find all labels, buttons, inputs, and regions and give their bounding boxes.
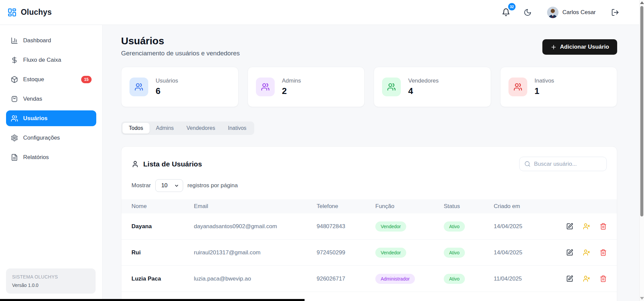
users-icon (382, 78, 401, 96)
edit-user-button[interactable] (566, 223, 573, 230)
page-size-suffix: registros por página (187, 182, 238, 189)
sidebar-item-fluxo-de-caixa[interactable]: Fluxo de Caixa (6, 52, 96, 68)
table-row: Dayana dayanadsantos0902@gmail.com 94807… (121, 213, 617, 240)
topbar: Oluchys 32 Carlos Cesar (0, 0, 639, 25)
edit-pencil-icon (566, 249, 573, 256)
sidebar-item-relatorios[interactable]: Relatórios (6, 149, 96, 165)
sidebar-item-estoque[interactable]: Estoque 15 (6, 71, 96, 87)
add-user-button[interactable]: Adicionar Usuário (542, 39, 617, 55)
logout-icon (611, 8, 619, 16)
system-version: Versão 1.0.0 (12, 283, 90, 288)
stat-value: 6 (156, 86, 178, 96)
status-badge: Ativo (444, 274, 465, 284)
sidebar-item-usuarios[interactable]: Usuários (6, 110, 96, 126)
chevron-down-icon (174, 183, 179, 188)
stat-value: 1 (535, 86, 554, 96)
window-bottom-edge (0, 299, 305, 301)
search-box (519, 157, 607, 171)
stat-label: Vendedores (408, 78, 439, 84)
scrollbar-thumb[interactable] (640, 6, 643, 216)
add-user-button-label: Adicionar Usuário (560, 44, 609, 50)
filter-tabs: Todos Admins Vendedores Inativos (121, 121, 254, 135)
trash-icon (600, 249, 607, 256)
sidebar-item-label: Fluxo de Caixa (23, 57, 61, 63)
delete-user-button[interactable] (600, 249, 607, 256)
dollar-icon (11, 56, 18, 64)
status-badge: Ativo (444, 221, 465, 232)
tab-admins[interactable]: Admins (150, 123, 180, 134)
cell-created: 14/04/2025 (494, 223, 556, 230)
table-header-row: Nome Email Telefone Função Status Criado… (121, 199, 617, 213)
edit-user-button[interactable] (566, 275, 573, 282)
sidebar-item-label: Configurações (23, 135, 60, 141)
scrollbar[interactable] (639, 0, 644, 301)
scroll-down-arrow-icon[interactable] (640, 297, 644, 300)
column-header-funcao: Função (375, 203, 444, 210)
table-row: Rui ruiraul201317@gmail.com 972450299 Ve… (121, 240, 617, 266)
notification-count-badge: 32 (508, 3, 516, 10)
brand-name: Oluchys (21, 8, 52, 17)
stat-card-inativos: Inativos 1 (500, 67, 618, 107)
cell-name: Rui (131, 249, 194, 256)
deactivate-user-button[interactable] (583, 223, 590, 230)
avatar (547, 7, 558, 18)
dark-mode-toggle[interactable] (522, 6, 534, 18)
deactivate-user-button[interactable] (583, 249, 590, 256)
users-icon (11, 115, 18, 122)
edit-pencil-icon (566, 275, 573, 282)
user-x-icon (583, 275, 590, 282)
system-name: SISTEMA OLUCHYS (12, 274, 90, 280)
status-badge: Ativo (444, 248, 465, 258)
stat-card-vendedores: Vendedores 4 (374, 67, 491, 107)
tab-inativos[interactable]: Inativos (221, 123, 253, 134)
sidebar-footer: SISTEMA OLUCHYS Versão 1.0.0 (6, 268, 96, 294)
stats-row: Usuários 6 Admins 2 Vendedores 4 (121, 67, 617, 107)
cell-phone: 972450299 (317, 249, 375, 256)
user-menu[interactable]: Carlos Cesar (547, 7, 596, 18)
cell-email: luzia.paca@bwevip.ao (194, 275, 317, 282)
edit-user-button[interactable] (566, 249, 573, 256)
users-list-card: Lista de Usuários Mostrar 10 registros p… (121, 146, 617, 301)
stat-card-admins: Admins 2 (248, 67, 365, 107)
stat-label: Usuários (156, 78, 178, 84)
moon-icon (524, 8, 532, 16)
bell-icon (502, 8, 510, 16)
cell-name: Dayana (131, 223, 194, 230)
user-x-icon (583, 223, 590, 230)
sidebar-item-configuracoes[interactable]: Configurações (6, 130, 96, 146)
tab-vendedores[interactable]: Vendedores (180, 123, 221, 134)
sidebar-item-vendas[interactable]: Vendas (6, 91, 96, 107)
chart-column-icon (11, 37, 18, 44)
tab-todos[interactable]: Todos (122, 123, 150, 134)
page-subtitle: Gerenciamento de usuários e vendedores (121, 50, 240, 57)
page-size-select[interactable]: 10 (155, 179, 183, 192)
scroll-up-arrow-icon[interactable] (640, 1, 644, 4)
sidebar: Dashboard Fluxo de Caixa Estoque 15 Vend… (0, 25, 103, 301)
user-name: Carlos Cesar (562, 9, 596, 16)
trash-icon (600, 223, 607, 230)
cell-email: ruiraul201317@gmail.com (194, 249, 317, 256)
notifications-button[interactable]: 32 (500, 6, 512, 18)
cell-phone: 926026717 (317, 275, 375, 282)
delete-user-button[interactable] (600, 223, 607, 230)
user-icon (131, 160, 139, 168)
sidebar-item-label: Relatórios (23, 154, 49, 161)
users-icon (508, 78, 527, 96)
role-badge: Administrador (375, 274, 415, 284)
deactivate-user-button[interactable] (583, 275, 590, 282)
table-row: Luzia Paca luzia.paca@bwevip.ao 92602671… (121, 266, 617, 292)
stat-value: 2 (282, 86, 301, 96)
user-x-icon (583, 249, 590, 256)
estoque-count-badge: 15 (81, 76, 92, 83)
cell-email: dayanadsantos0902@gmail.com (194, 223, 317, 230)
trash-icon (600, 275, 607, 282)
column-header-status: Status (444, 203, 494, 210)
brand: Oluchys (7, 8, 52, 17)
users-table: Nome Email Telefone Função Status Criado… (121, 199, 617, 292)
page-title: Usuários (121, 35, 240, 47)
sidebar-item-dashboard[interactable]: Dashboard (6, 33, 96, 48)
sidebar-item-label: Estoque (23, 76, 44, 83)
logout-button[interactable] (609, 6, 621, 18)
search-input[interactable] (534, 161, 608, 167)
delete-user-button[interactable] (600, 275, 607, 282)
